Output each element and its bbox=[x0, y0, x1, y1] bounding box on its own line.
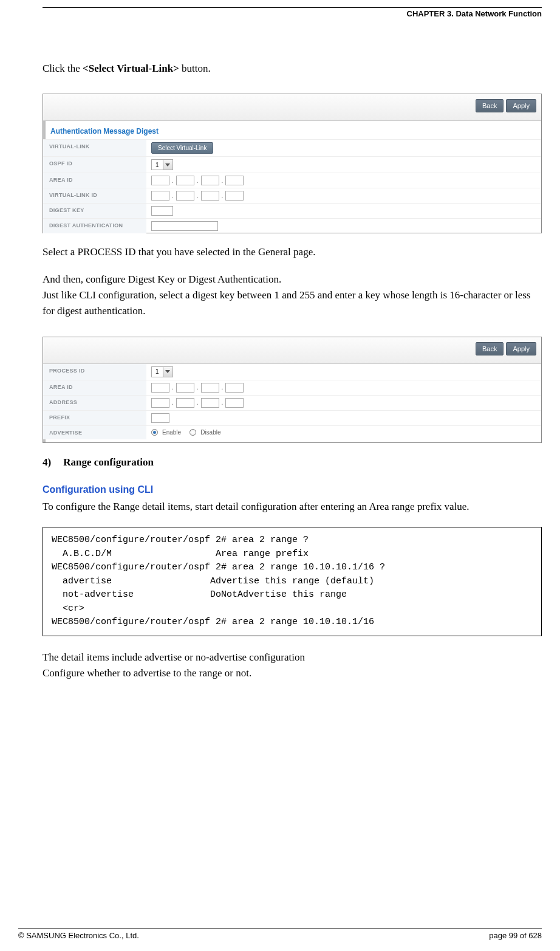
area-id-octet[interactable] bbox=[151, 176, 169, 185]
dot-icon: . bbox=[222, 193, 224, 199]
disable-label: Disable bbox=[200, 429, 220, 436]
digest-auth-input[interactable] bbox=[151, 221, 218, 231]
ospf-id-value: 1 bbox=[152, 162, 163, 168]
figure-toolbar: Back Apply bbox=[43, 337, 541, 364]
label-address: ADDRESS bbox=[43, 396, 146, 410]
area-id-octet[interactable] bbox=[151, 383, 169, 393]
figure-toolbar: Back Apply bbox=[43, 94, 541, 121]
dot-icon: . bbox=[197, 193, 199, 199]
label-area-id: AREA ID bbox=[43, 173, 146, 188]
label-process-id: PROCESS ID bbox=[43, 364, 146, 380]
label-area-id: AREA ID bbox=[43, 380, 146, 395]
vlink-id-octet[interactable] bbox=[201, 191, 219, 201]
dot-icon: . bbox=[222, 384, 224, 391]
chevron-down-icon bbox=[163, 160, 172, 170]
select-virtual-link-button[interactable]: Select Virtual-Link bbox=[151, 142, 213, 154]
footer-copyright: © SAMSUNG Electronics Co., Ltd. bbox=[18, 931, 139, 940]
outro-line-2: Configure whether to advertise to the ra… bbox=[43, 665, 542, 681]
intro-line: Click the <Select Virtual-Link> button. bbox=[43, 61, 542, 77]
label-digest-key: DIGEST KEY bbox=[43, 204, 146, 218]
address-octet[interactable] bbox=[225, 398, 244, 408]
intro-suffix: button. bbox=[179, 63, 211, 74]
intro-prefix: Click the bbox=[43, 63, 83, 74]
label-virtual-link: VIRTUAL-LINK bbox=[43, 140, 146, 156]
area-id-octet[interactable] bbox=[176, 176, 194, 185]
range-figure: Back Apply PROCESS ID 1 AREA ID . . bbox=[43, 337, 542, 443]
advertise-disable-radio[interactable] bbox=[190, 429, 196, 436]
vlink-id-octet[interactable] bbox=[151, 191, 169, 201]
address-octet[interactable] bbox=[201, 398, 219, 408]
digest-key-range-text: Just like CLI configuration, select a di… bbox=[43, 287, 542, 320]
vlink-id-octet[interactable] bbox=[176, 191, 194, 201]
area-id-octet[interactable] bbox=[225, 176, 244, 185]
intro-bold: <Select Virtual-Link> bbox=[83, 63, 179, 74]
prefix-input[interactable] bbox=[151, 413, 169, 423]
vlink-id-octet[interactable] bbox=[225, 191, 244, 201]
select-process-text: Select a PROCESS ID that you have select… bbox=[43, 244, 542, 260]
back-button[interactable]: Back bbox=[476, 99, 504, 112]
running-header: CHAPTER 3. Data Network Function bbox=[43, 9, 542, 18]
area-id-octet[interactable] bbox=[176, 383, 194, 393]
area-id-octet[interactable] bbox=[225, 383, 244, 393]
cli-intro: To configure the Range detail items, sta… bbox=[43, 499, 542, 515]
dot-icon: . bbox=[172, 193, 174, 199]
footer-page-number: page 99 of 628 bbox=[489, 931, 542, 940]
range-heading: 4) Range configuration bbox=[43, 456, 542, 469]
chevron-down-icon bbox=[163, 367, 172, 377]
heading-number: 4) bbox=[43, 456, 61, 469]
outro-line-1: The detail items include advertise or no… bbox=[43, 650, 542, 665]
dot-icon: . bbox=[172, 399, 174, 406]
area-id-octet[interactable] bbox=[201, 383, 219, 393]
address-octet[interactable] bbox=[151, 398, 169, 408]
back-button[interactable]: Back bbox=[476, 342, 504, 355]
cli-subheading: Configuration using CLI bbox=[43, 484, 542, 495]
dot-icon: . bbox=[222, 177, 224, 184]
process-id-dropdown[interactable]: 1 bbox=[151, 366, 173, 377]
apply-button[interactable]: Apply bbox=[506, 99, 536, 112]
process-id-value: 1 bbox=[152, 368, 163, 375]
label-prefix: PREFIX bbox=[43, 411, 146, 425]
section-title: Authentication Message Digest bbox=[43, 121, 541, 139]
label-vlink-id: VIRTUAL-LINK ID bbox=[43, 188, 146, 203]
enable-label: Enable bbox=[162, 429, 181, 436]
label-advertise: ADVERTISE bbox=[43, 426, 146, 439]
cli-code-block: WEC8500/configure/router/ospf 2# area 2 … bbox=[43, 527, 542, 636]
digest-key-input[interactable] bbox=[151, 206, 173, 216]
label-ospf-id: OSPF ID bbox=[43, 157, 146, 173]
label-digest-auth: DIGEST AUTHENTICATION bbox=[43, 219, 146, 233]
dot-icon: . bbox=[172, 177, 174, 184]
dot-icon: . bbox=[172, 384, 174, 391]
address-octet[interactable] bbox=[176, 398, 194, 408]
heading-title: Range configuration bbox=[63, 456, 154, 468]
dot-icon: . bbox=[197, 399, 199, 406]
area-id-octet[interactable] bbox=[201, 176, 219, 185]
ospf-id-dropdown[interactable]: 1 bbox=[151, 159, 173, 170]
auth-digest-figure: Back Apply Authentication Message Digest… bbox=[43, 94, 542, 233]
apply-button[interactable]: Apply bbox=[506, 342, 536, 355]
dot-icon: . bbox=[197, 384, 199, 391]
configure-digest-text: And then, configure Digest Key or Digest… bbox=[43, 272, 542, 287]
dot-icon: . bbox=[222, 399, 224, 406]
advertise-enable-radio[interactable] bbox=[151, 429, 158, 436]
dot-icon: . bbox=[197, 177, 199, 184]
